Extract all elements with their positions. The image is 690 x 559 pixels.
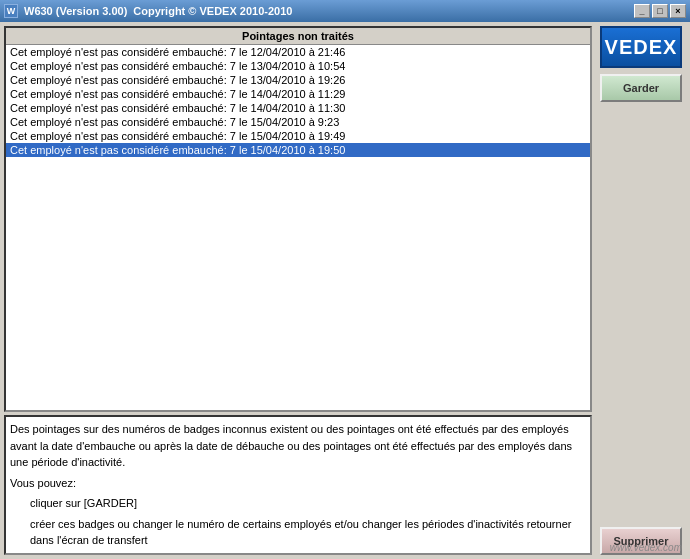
right-panel: VEDEX Garder Supprimer — [596, 26, 686, 555]
list-item[interactable]: Cet employé n'est pas considéré embauché… — [6, 115, 590, 129]
list-item[interactable]: Cet employé n'est pas considéré embauché… — [6, 45, 590, 59]
info-para2: Vous pouvez: — [10, 475, 586, 492]
title-bar: W W630 (Version 3.00) Copyright © VEDEX … — [0, 0, 690, 22]
list-item[interactable]: Cet employé n'est pas considéré embauché… — [6, 143, 590, 157]
maximize-button[interactable]: □ — [652, 4, 668, 18]
list-item[interactable]: Cet employé n'est pas considéré embauché… — [6, 87, 590, 101]
info-option2: cliquer sur [Quitter] (Inutile de clique… — [10, 553, 586, 556]
list-item[interactable]: Cet employé n'est pas considéré embauché… — [6, 129, 590, 143]
app-icon: W — [4, 4, 18, 18]
list-item[interactable]: Cet employé n'est pas considéré embauché… — [6, 101, 590, 115]
main-container: Pointages non traités Cet employé n'est … — [0, 22, 690, 559]
list-body[interactable]: Cet employé n'est pas considéré embauché… — [6, 45, 590, 410]
watermark: www.vedex.com — [610, 542, 682, 553]
garder-button[interactable]: Garder — [600, 74, 682, 102]
info-option1b: créer ces badges ou changer le numéro de… — [10, 516, 586, 549]
vedex-logo: VEDEX — [600, 26, 682, 68]
list-section: Pointages non traités Cet employé n'est … — [4, 26, 592, 412]
left-panel: Pointages non traités Cet employé n'est … — [4, 26, 592, 555]
info-option1: cliquer sur [GARDER] — [10, 495, 586, 512]
app-title: W630 (Version 3.00) — [24, 5, 127, 17]
copyright-text: Copyright © VEDEX 2010-2010 — [133, 5, 292, 17]
close-button[interactable]: × — [670, 4, 686, 18]
list-item[interactable]: Cet employé n'est pas considéré embauché… — [6, 73, 590, 87]
info-para1: Des pointages sur des numéros de badges … — [10, 421, 586, 471]
title-bar-left: W W630 (Version 3.00) Copyright © VEDEX … — [4, 4, 292, 18]
list-item[interactable]: Cet employé n'est pas considéré embauché… — [6, 59, 590, 73]
minimize-button[interactable]: _ — [634, 4, 650, 18]
list-header: Pointages non traités — [6, 28, 590, 45]
info-section: Des pointages sur des numéros de badges … — [4, 415, 592, 555]
window-controls[interactable]: _ □ × — [634, 4, 686, 18]
